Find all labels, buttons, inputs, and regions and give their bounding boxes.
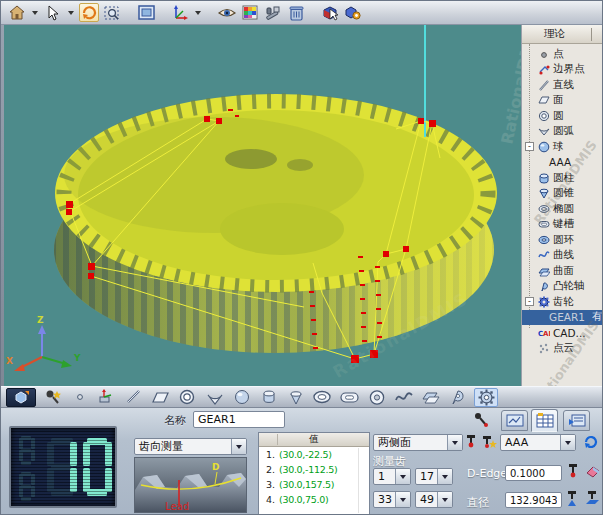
tree-item-camshaft[interactable]: 凸轮轴 bbox=[522, 279, 603, 295]
tree-item-circle[interactable]: 圆 bbox=[522, 108, 603, 124]
cylinder-feature-button[interactable] bbox=[258, 388, 279, 407]
eraser-icon[interactable] bbox=[584, 463, 601, 480]
arc-icon bbox=[206, 390, 224, 405]
csys-feature-button[interactable] bbox=[96, 388, 117, 407]
home-button[interactable] bbox=[7, 3, 27, 22]
table-row[interactable]: 3. (30.0,157.5) bbox=[259, 477, 369, 492]
cursor-dropdown-caret[interactable] bbox=[68, 11, 74, 15]
table-row[interactable]: 1. (30.0,-22.5) bbox=[259, 447, 369, 462]
tree-header[interactable]: 理论 bbox=[522, 25, 603, 44]
probe-config-icon[interactable] bbox=[481, 434, 498, 451]
flank-mode-combobox[interactable]: 两侧面 bbox=[373, 434, 463, 451]
tab-report-view[interactable] bbox=[563, 410, 590, 431]
tree-item-surface[interactable]: 曲面 bbox=[522, 263, 603, 279]
tree-item-slot[interactable]: 键槽 bbox=[522, 217, 603, 233]
feature-name-input[interactable] bbox=[193, 411, 285, 428]
torus-feature-button[interactable] bbox=[366, 388, 387, 407]
table-row[interactable]: 2. (30.0,-112.5) bbox=[259, 462, 369, 477]
viewport-3d[interactable]: Z Y X RationalDMIS RationalDMIS bbox=[4, 25, 521, 386]
select-cursor-button[interactable] bbox=[43, 3, 63, 22]
home-dropdown-caret[interactable] bbox=[32, 11, 38, 15]
profile-lead-label: Lead bbox=[165, 501, 189, 512]
slot-feature-button[interactable] bbox=[339, 388, 360, 407]
cone-feature-button[interactable] bbox=[285, 388, 306, 407]
line-feature-button[interactable] bbox=[123, 388, 144, 407]
measurement-value-table[interactable]: 值 1. (30.0,-22.5) 2. (30.0,-112.5) 3. (3… bbox=[258, 432, 370, 515]
probe-combobox[interactable]: AAA bbox=[500, 434, 576, 451]
delete-button[interactable] bbox=[286, 3, 306, 22]
graph-view-icon bbox=[506, 414, 524, 427]
tree-item-sphere[interactable]: - 球 bbox=[522, 139, 603, 155]
diameter-input[interactable] bbox=[505, 492, 562, 508]
gear-expander[interactable]: - bbox=[525, 297, 534, 306]
sphere-feature-button[interactable] bbox=[231, 388, 252, 407]
pick-solid-button[interactable] bbox=[320, 3, 340, 22]
tree-item-gear1-selected[interactable]: GEAR1 有坐 bbox=[522, 310, 603, 326]
gear-feature-button[interactable] bbox=[474, 388, 498, 407]
table-row[interactable]: 4. (30.0,75.0) bbox=[259, 492, 369, 507]
probe-dropdown-arrow[interactable] bbox=[560, 435, 575, 450]
tree-item-boundary-point[interactable]: 边界点 bbox=[522, 62, 603, 78]
camshaft-feature-button[interactable] bbox=[447, 388, 468, 407]
spinner3-arrow[interactable] bbox=[395, 492, 410, 507]
tooth-spinner-4[interactable]: 49 bbox=[415, 491, 453, 508]
visibility-button[interactable] bbox=[217, 3, 237, 22]
gear-icon bbox=[538, 296, 550, 308]
tooth-spinner-1[interactable]: 1 bbox=[373, 468, 411, 485]
tree-item-point-cloud[interactable]: 点云 bbox=[522, 341, 603, 357]
measure-mode-dropdown-arrow[interactable] bbox=[231, 439, 246, 454]
tree-item-cone[interactable]: 圆锥 bbox=[522, 186, 603, 202]
gear-model[interactable] bbox=[54, 94, 497, 353]
profile-d-label: D bbox=[212, 462, 219, 472]
tools-button[interactable] bbox=[263, 3, 283, 22]
tab-grid-view-selected[interactable] bbox=[531, 409, 558, 432]
probe-cone-icon[interactable] bbox=[565, 490, 582, 507]
capture-view-button[interactable] bbox=[136, 3, 156, 22]
refresh-icon[interactable] bbox=[582, 433, 600, 451]
zoom-window-button[interactable] bbox=[102, 3, 122, 22]
circle-feature-button[interactable] bbox=[177, 388, 198, 407]
flank-mode-dropdown-arrow[interactable] bbox=[447, 435, 462, 450]
cylinder-icon bbox=[538, 172, 550, 184]
tooth-spinner-2[interactable]: 17 bbox=[415, 468, 453, 485]
spinner1-arrow[interactable] bbox=[395, 469, 410, 484]
tab-graphics-view[interactable] bbox=[501, 410, 528, 431]
ellipse-feature-button[interactable] bbox=[312, 388, 333, 407]
tree-item-arc[interactable]: 圆弧 bbox=[522, 124, 603, 140]
csys-display-button[interactable] bbox=[170, 3, 190, 22]
color-settings-button[interactable] bbox=[240, 3, 260, 22]
tree-header-column-divider[interactable] bbox=[591, 28, 592, 41]
tree-item-cylinder[interactable]: 圆柱 bbox=[522, 170, 603, 186]
rotate-view-button[interactable] bbox=[79, 3, 99, 22]
tree-item-gear[interactable]: - 齿轮 bbox=[522, 294, 603, 310]
sphere-expander[interactable]: - bbox=[525, 142, 534, 151]
cube-select-icon bbox=[322, 5, 339, 21]
curve-feature-button[interactable] bbox=[393, 388, 414, 407]
surface-feature-button[interactable] bbox=[420, 388, 441, 407]
dedge-input[interactable] bbox=[505, 465, 562, 481]
spinner2-arrow[interactable] bbox=[437, 469, 452, 484]
tree-item-ellipse[interactable]: 椭圆 bbox=[522, 201, 603, 217]
spinner4-arrow[interactable] bbox=[437, 492, 452, 507]
tree-item-plane[interactable]: 面 bbox=[522, 93, 603, 109]
tree-item-aaa[interactable]: AAA bbox=[522, 155, 603, 171]
tooth-spinner-3[interactable]: 33 bbox=[373, 491, 411, 508]
edit-feature-button[interactable] bbox=[343, 3, 363, 22]
measure-point-icon[interactable] bbox=[565, 463, 582, 480]
arc-feature-button[interactable] bbox=[204, 388, 225, 407]
plane-feature-button[interactable] bbox=[150, 388, 171, 407]
tree-item-line[interactable]: 直线 bbox=[522, 77, 603, 93]
probe-plane-icon[interactable] bbox=[584, 490, 601, 507]
view-mode-button[interactable] bbox=[6, 388, 36, 407]
tree-item-curve[interactable]: 曲线 bbox=[522, 248, 603, 264]
point-feature-button[interactable] bbox=[69, 388, 90, 407]
tree-item-cad[interactable]: CAD CAD... bbox=[522, 325, 603, 341]
probe-tool-icon[interactable] bbox=[473, 411, 490, 428]
tree-item-torus[interactable]: 圆环 bbox=[522, 232, 603, 248]
measure-mode-combobox[interactable]: 齿向测量 bbox=[134, 438, 247, 455]
csys-dropdown-caret[interactable] bbox=[195, 11, 201, 15]
probe-button[interactable] bbox=[42, 388, 63, 407]
tree-item-point[interactable]: 点 bbox=[522, 46, 603, 62]
top-toolbar bbox=[1, 1, 603, 25]
probe-status-icon[interactable] bbox=[463, 434, 480, 451]
